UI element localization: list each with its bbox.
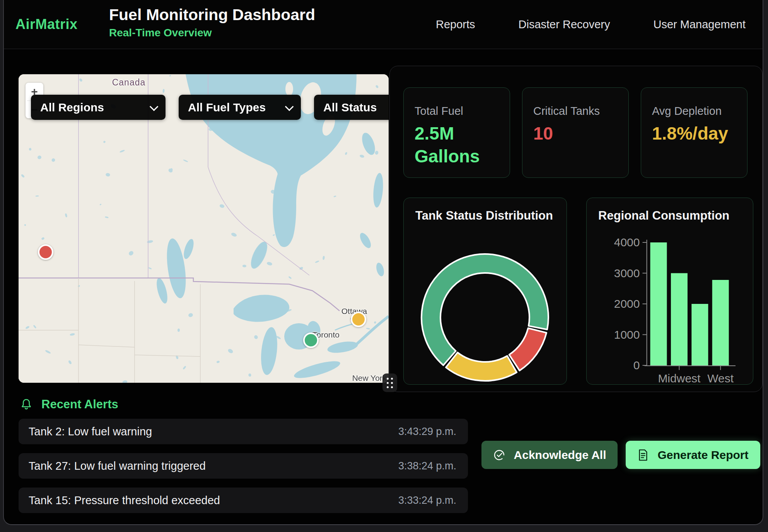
generate-report-button[interactable]: Generate Report	[626, 441, 760, 469]
generate-report-label: Generate Report	[657, 448, 748, 462]
report-document-icon	[637, 449, 649, 461]
fuel-type-filter-select[interactable]: All Fuel Types	[179, 95, 301, 120]
bell-icon	[20, 398, 33, 411]
check-circle-icon	[493, 449, 505, 461]
y-axis-tick-label: 2000	[614, 297, 640, 310]
alert-message: Tank 2: Low fuel warning	[29, 425, 152, 438]
recent-alerts-header: Recent Alerts	[20, 397, 118, 411]
alert-message: Tank 27: Low fuel warning triggered	[29, 460, 206, 472]
fuel-type-filter-value: All Fuel Types	[188, 101, 266, 114]
nav-item-disaster-recovery[interactable]: Disaster Recovery	[519, 18, 610, 31]
consumption-bar	[691, 304, 708, 365]
y-axis-tick-label: 4000	[614, 236, 640, 249]
title-block: Fuel Monitoring Dashboard Real-Time Over…	[109, 6, 315, 39]
consumption-bar	[650, 242, 667, 365]
stat-label: Total Fuel	[415, 105, 510, 118]
stat-value: 2.5M Gallons	[415, 122, 494, 168]
alert-message: Tank 15: Pressure threshold exceeded	[29, 494, 220, 507]
status-filter-select[interactable]: All Status	[314, 95, 389, 120]
app-window: AirMatrix Fuel Monitoring Dashboard Real…	[3, 0, 763, 525]
chevron-down-icon	[150, 102, 159, 111]
stat-card-total-fuel: Total Fuel 2.5M Gallons	[403, 87, 510, 178]
stat-card-critical-tanks: Critical Tanks 10	[522, 87, 629, 178]
x-axis-tick-label: Midwest	[658, 372, 701, 384]
tank-marker-normal[interactable]	[303, 332, 319, 348]
stat-label: Critical Tanks	[533, 105, 628, 118]
y-axis-tick-label: 3000	[614, 267, 640, 280]
header: AirMatrix Fuel Monitoring Dashboard Real…	[4, 0, 763, 49]
consumption-bar	[712, 280, 729, 365]
tank-status-chart-card: Tank Status Distribution	[403, 198, 567, 385]
donut-segment-critical	[509, 328, 546, 371]
nav-item-user-management[interactable]: User Management	[653, 18, 746, 31]
alert-timestamp: 3:43:29 p.m.	[398, 426, 456, 438]
alert-timestamp: 3:38:24 p.m.	[398, 460, 456, 472]
acknowledge-all-label: Acknowledge All	[514, 448, 606, 462]
stat-card-avg-depletion: Avg Depletion 1.8%/day	[641, 87, 748, 178]
stat-label: Avg Depletion	[652, 105, 747, 118]
donut-segment-warning	[446, 353, 517, 381]
brand-logo[interactable]: AirMatrix	[15, 0, 78, 49]
fuel-map[interactable]: Canada Ottawa Toronto New York + − All R…	[19, 74, 389, 383]
tank-marker-critical[interactable]	[38, 244, 53, 260]
y-axis-tick-label: 0	[633, 359, 640, 372]
page-subtitle: Real-Time Overview	[109, 27, 315, 39]
x-axis-tick-label: West	[707, 372, 734, 384]
panel-drag-handle[interactable]	[382, 373, 397, 392]
map-filter-bar: All Regions All Fuel Types All Status	[31, 95, 389, 120]
regional-consumption-bar-chart: 01000200030004000MidwestWest	[587, 198, 753, 384]
alert-list-item[interactable]: Tank 2: Low fuel warning 3:43:29 p.m.	[19, 419, 468, 444]
map-base-layer	[19, 74, 389, 383]
tank-marker-warning[interactable]	[351, 312, 366, 327]
tank-status-donut-chart	[404, 198, 567, 384]
stat-value: 1.8%/day	[652, 122, 731, 145]
page-title: Fuel Monitoring Dashboard	[109, 6, 315, 24]
main-nav: Reports Disaster Recovery User Managemen…	[436, 0, 746, 49]
recent-alerts-title: Recent Alerts	[41, 397, 118, 411]
region-filter-value: All Regions	[40, 101, 104, 114]
consumption-bar	[671, 273, 688, 366]
status-filter-value: All Status	[323, 101, 377, 114]
alert-list-item[interactable]: Tank 27: Low fuel warning triggered 3:38…	[19, 453, 468, 479]
acknowledge-all-button[interactable]: Acknowledge All	[481, 441, 618, 469]
regional-consumption-chart-card: Regional Consumption 01000200030004000Mi…	[586, 198, 753, 385]
nav-item-reports[interactable]: Reports	[436, 18, 475, 31]
alert-list-item[interactable]: Tank 15: Pressure threshold exceeded 3:3…	[19, 488, 468, 513]
stat-value: 10	[533, 122, 613, 145]
y-axis-tick-label: 1000	[614, 328, 640, 341]
metrics-panel: Total Fuel 2.5M Gallons Critical Tanks 1…	[389, 66, 763, 392]
chevron-down-icon	[285, 102, 294, 111]
alert-timestamp: 3:33:24 p.m.	[398, 494, 456, 506]
region-filter-select[interactable]: All Regions	[31, 95, 166, 120]
